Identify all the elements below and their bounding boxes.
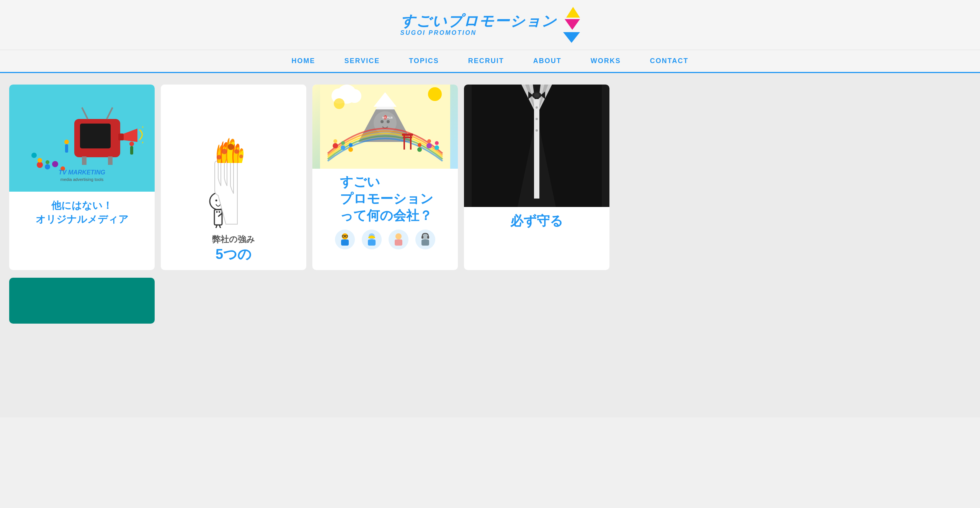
svg-point-56 [435, 141, 439, 145]
card-bottom-spacer [161, 278, 427, 324]
nav-item-recruit[interactable]: RECRUIT [454, 50, 519, 72]
svg-point-55 [434, 145, 439, 150]
cards-row: TV MARKETING media advertising tools 他には… [0, 81, 980, 273]
nav-item-contact[interactable]: CONTACT [635, 50, 703, 72]
triangle-yellow-icon [566, 7, 580, 18]
svg-rect-71 [368, 239, 376, 246]
svg-point-35 [239, 155, 243, 158]
svg-point-2 [45, 164, 50, 169]
card-bottom-1[interactable] [9, 278, 155, 324]
svg-point-89 [534, 93, 539, 98]
svg-point-15 [64, 140, 69, 144]
logo-triangles [563, 7, 580, 43]
svg-rect-76 [421, 239, 429, 246]
triangle-blue-icon [563, 32, 580, 43]
nav-item-service[interactable]: SERVICE [330, 50, 394, 72]
svg-marker-28 [218, 211, 220, 213]
card-about-text: すごい プロモーション って何の会社？ [331, 173, 439, 224]
tv-illustration: TV MARKETING media advertising tools [21, 88, 143, 188]
svg-point-34 [234, 149, 239, 154]
triangle-pink-icon [565, 19, 580, 30]
svg-rect-9 [82, 156, 87, 165]
logo-text-area: すごいプロモーション SUGOI PROMOTION [400, 13, 557, 36]
card-promise[interactable]: 必ず守る [464, 85, 609, 270]
svg-marker-13 [122, 129, 137, 142]
svg-rect-10 [108, 156, 113, 165]
card-promise-text: 必ず守る [504, 212, 569, 230]
svg-text:media advertising tools: media advertising tools [60, 177, 104, 182]
nav-item-topics[interactable]: TOPICS [394, 50, 454, 72]
svg-rect-16 [65, 144, 68, 153]
logo-area: すごいプロモーション SUGOI PROMOTION [400, 7, 580, 43]
svg-text:MT.FUJI: MT.FUJI [382, 116, 393, 119]
svg-point-33 [228, 144, 234, 150]
svg-rect-78 [427, 236, 429, 239]
logo-english: SUGOI PROMOTION [400, 29, 477, 36]
svg-rect-14 [118, 134, 124, 140]
svg-marker-27 [216, 211, 218, 213]
card-bottom-teal-image [9, 278, 155, 324]
person-icon-3 [389, 230, 408, 249]
svg-point-3 [46, 160, 49, 164]
svg-point-59 [417, 147, 422, 152]
svg-point-49 [333, 143, 338, 148]
svg-rect-66 [341, 239, 349, 246]
nav-links: HOME SERVICE TOPICS RECRUIT ABOUT WORKS … [277, 50, 703, 72]
card-fuji-image: MT.FUJI [312, 85, 458, 169]
nav-item-home[interactable]: HOME [277, 50, 330, 72]
svg-point-54 [427, 139, 431, 143]
svg-point-41 [334, 98, 345, 109]
svg-rect-63 [402, 134, 413, 136]
svg-point-25 [216, 200, 217, 202]
nav-bar: HOME SERVICE TOPICS RECRUIT ABOUT WORKS … [0, 50, 980, 73]
svg-point-93 [536, 129, 538, 132]
logo-japanese: すごいプロモーション [400, 13, 557, 29]
svg-rect-72 [368, 237, 375, 238]
svg-line-12 [107, 107, 113, 119]
suit-illustration [472, 85, 602, 207]
svg-point-0 [37, 162, 43, 168]
card-bottom-spacer2 [433, 278, 699, 324]
svg-rect-77 [421, 236, 423, 239]
svg-point-50 [333, 139, 337, 143]
svg-point-60 [418, 143, 421, 147]
svg-line-11 [82, 107, 88, 119]
svg-rect-18 [130, 146, 133, 155]
main-content: TV MARKETING media advertising tools 他には… [0, 73, 980, 417]
svg-point-53 [426, 143, 432, 148]
svg-point-31 [217, 155, 221, 160]
person-icon-2 [362, 230, 382, 249]
card-about-company[interactable]: MT.FUJI [312, 85, 458, 270]
svg-text:TV MARKETING: TV MARKETING [59, 169, 105, 176]
card-tv-marketing[interactable]: TV MARKETING media advertising tools 他には… [9, 85, 155, 270]
svg-point-91 [536, 106, 538, 109]
card-tv-text: 他にはない！ オリジナルメディア [29, 199, 135, 226]
card-fire-number: 5つの [209, 245, 258, 264]
person-icon-4 [415, 230, 435, 249]
card-bottom-spacer3 [705, 278, 971, 324]
svg-point-32 [222, 149, 227, 154]
card-fire-image [161, 85, 306, 230]
svg-rect-90 [534, 99, 539, 199]
fire-hand-illustration [176, 86, 291, 228]
svg-point-92 [536, 118, 538, 120]
nav-item-about[interactable]: ABOUT [519, 50, 576, 72]
svg-point-57 [348, 147, 353, 152]
svg-rect-74 [395, 239, 402, 246]
svg-point-40 [428, 87, 442, 101]
svg-rect-8 [80, 124, 111, 148]
card-tv-image: TV MARKETING media advertising tools [9, 85, 155, 192]
svg-point-39 [348, 89, 361, 103]
svg-rect-64 [403, 137, 412, 138]
nav-item-works[interactable]: WORKS [576, 50, 635, 72]
svg-point-51 [341, 145, 345, 150]
svg-point-4 [52, 161, 58, 167]
svg-point-52 [341, 141, 345, 145]
card-suit-image [464, 85, 609, 207]
svg-point-46 [381, 120, 384, 123]
card-fire-strength[interactable]: 弊社の強み 5つの [161, 85, 306, 270]
svg-point-5 [31, 153, 37, 158]
svg-point-1 [38, 158, 42, 163]
svg-point-58 [349, 143, 353, 147]
person-icon-1 [335, 230, 355, 249]
